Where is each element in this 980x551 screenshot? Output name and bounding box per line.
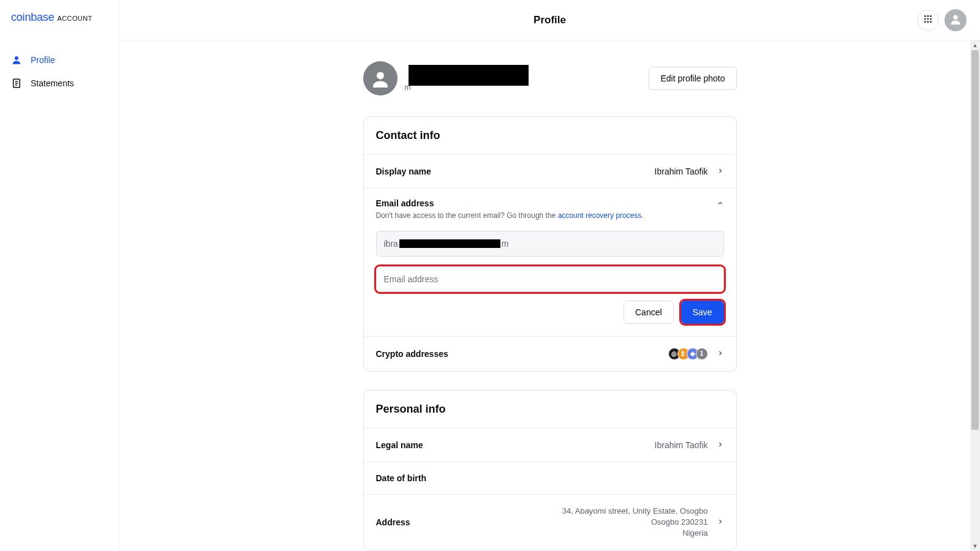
crypto-count-badge: 1 — [696, 348, 708, 360]
dob-row[interactable]: Date of birth — [364, 462, 736, 494]
sidebar-item-profile[interactable]: Profile — [11, 48, 119, 72]
brand: coinbase ACCOUNT — [11, 11, 119, 24]
chevron-up-icon[interactable] — [717, 198, 724, 209]
svg-point-11 — [924, 21, 926, 23]
card-title: Personal info — [364, 391, 736, 428]
card-title: Contact info — [364, 117, 736, 154]
svg-point-13 — [930, 21, 932, 23]
legal-name-row[interactable]: Legal name Ibrahim Taofik — [364, 428, 736, 462]
row-label: Date of birth — [376, 473, 426, 483]
profile-header: m Edit profile photo — [363, 61, 737, 96]
scroll-up-arrow[interactable]: ▲ — [970, 40, 980, 50]
crypto-addresses-row[interactable]: Crypto addresses ◎ ₿ ◆ 1 — [364, 336, 736, 371]
cancel-button[interactable]: Cancel — [624, 301, 674, 324]
svg-point-0 — [15, 56, 18, 60]
scrollbar[interactable]: ▲ ▼ — [970, 40, 980, 551]
svg-point-6 — [927, 15, 929, 17]
new-email-input-wrapper — [376, 266, 724, 292]
sidebar-item-label: Profile — [31, 55, 55, 65]
topbar: Profile — [119, 0, 980, 40]
redacted-name — [409, 65, 529, 86]
address-value: 34, Abayomi street, Unity Estate, Osogbo… — [562, 506, 708, 539]
document-icon — [11, 78, 22, 89]
new-email-input[interactable] — [384, 267, 716, 291]
person-icon — [11, 54, 22, 66]
svg-point-15 — [377, 72, 384, 80]
sidebar-item-statements[interactable]: Statements — [11, 72, 119, 95]
svg-point-10 — [930, 18, 932, 20]
scroll-down-arrow[interactable]: ▼ — [970, 541, 980, 551]
sidebar-item-label: Statements — [31, 78, 74, 88]
svg-point-12 — [927, 21, 929, 23]
profile-email: m — [409, 83, 529, 92]
person-icon — [949, 12, 962, 28]
edit-profile-photo-button[interactable]: Edit profile photo — [649, 67, 736, 90]
address-row[interactable]: Address 34, Abayomi street, Unity Estate… — [364, 494, 736, 550]
redacted-email — [399, 239, 500, 248]
personal-info-card: Personal info Legal name Ibrahim Taofik … — [363, 390, 737, 551]
chevron-right-icon — [717, 440, 724, 451]
main: Profile — [119, 0, 980, 551]
row-label: Legal name — [376, 440, 423, 450]
account-menu-button[interactable] — [944, 9, 967, 31]
row-label: Crypto addresses — [376, 349, 448, 359]
grid-icon — [923, 14, 933, 26]
row-label: Display name — [376, 167, 431, 176]
brand-logo: coinbase — [11, 11, 54, 24]
current-email-display: ibram — [376, 231, 724, 257]
contact-info-card: Contact info Display name Ibrahim Taofik — [363, 116, 737, 372]
row-label: Address — [376, 517, 410, 527]
svg-point-9 — [927, 18, 929, 20]
email-label: Email address — [376, 198, 644, 208]
account-recovery-link[interactable]: account recovery process — [558, 211, 642, 220]
topbar-actions — [918, 9, 967, 31]
email-help-text: Don't have access to the current email? … — [376, 211, 644, 221]
scrollbar-thumb[interactable] — [971, 50, 979, 430]
svg-point-14 — [953, 15, 957, 19]
display-name-value: Ibrahim Taofik — [655, 167, 708, 176]
apps-button[interactable] — [918, 10, 938, 31]
crypto-icons: ◎ ₿ ◆ 1 — [668, 348, 708, 360]
chevron-right-icon — [717, 348, 724, 359]
avatar — [363, 61, 398, 96]
chevron-right-icon — [717, 166, 724, 177]
save-button[interactable]: Save — [681, 301, 724, 324]
svg-point-8 — [924, 18, 926, 20]
content: m Edit profile photo Contact info Displa… — [119, 40, 980, 551]
display-name-row[interactable]: Display name Ibrahim Taofik — [364, 154, 736, 188]
brand-sub: ACCOUNT — [57, 15, 92, 22]
email-section: Email address Don't have access to the c… — [364, 188, 736, 336]
sidebar: coinbase ACCOUNT Profile Statements — [0, 0, 119, 551]
legal-name-value: Ibrahim Taofik — [655, 440, 708, 450]
chevron-right-icon — [717, 517, 724, 528]
page-title: Profile — [533, 14, 566, 26]
svg-point-7 — [930, 15, 932, 17]
svg-point-5 — [924, 15, 926, 17]
